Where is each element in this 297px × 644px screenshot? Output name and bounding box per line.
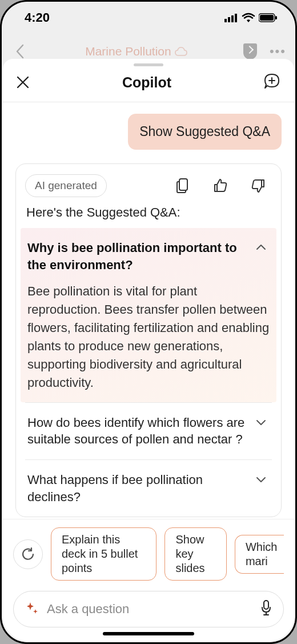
thumbs-down-icon[interactable] (244, 174, 272, 197)
back-icon[interactable] (11, 42, 29, 61)
home-indicator[interactable] (103, 632, 194, 635)
qa-toggle[interactable]: How do bees identify which flowers are s… (25, 411, 272, 451)
suggestion-chip-label: Which mari (246, 540, 278, 569)
ai-generated-badge: AI generated (25, 174, 107, 197)
refresh-suggestions-icon[interactable] (13, 539, 43, 569)
svg-rect-3 (235, 14, 237, 22)
svg-rect-8 (264, 601, 268, 609)
suggestion-chip-label: Explain this deck in 5 bullet points (62, 533, 146, 575)
sheet-header: Copilot (3, 67, 294, 102)
chat-area: Show Suggested Q&A AI generated (3, 102, 294, 519)
qa-toggle[interactable]: What happens if bee pollination declines… (25, 468, 272, 509)
qa-item: How do bees identify which flowers are s… (25, 402, 272, 459)
cloud-icon (175, 47, 187, 56)
qa-toggle[interactable]: Why is bee pollination important to the … (25, 236, 272, 277)
suggestion-chip[interactable]: Which mari (235, 535, 284, 574)
document-title[interactable]: Marine Pollution (29, 45, 243, 58)
chevron-down-icon (256, 418, 270, 431)
status-icons (224, 13, 277, 23)
status-bar: 4:20 (2, 2, 295, 34)
qa-question: Why is bee pollination important to the … (27, 239, 250, 273)
user-message-row: Show Suggested Q&A (15, 114, 282, 150)
wifi-icon (242, 13, 255, 23)
more-menu-icon[interactable]: ••• (270, 44, 286, 59)
status-time: 4:20 (25, 10, 50, 25)
svg-rect-7 (179, 179, 187, 190)
copy-icon[interactable] (169, 174, 196, 197)
reply-intro-text: Here's the Suggested Q&A: (25, 205, 272, 220)
svg-rect-1 (228, 17, 230, 22)
suggestion-chip-label: Show key slides (175, 533, 215, 575)
svg-rect-5 (260, 15, 274, 21)
titlebar-actions: ••• (243, 43, 286, 59)
reply-actions: AI generated (25, 174, 272, 197)
microphone-icon[interactable] (260, 600, 272, 618)
thumbs-up-icon[interactable] (207, 174, 234, 197)
signal-icon (224, 13, 238, 22)
new-chat-icon[interactable] (263, 73, 282, 91)
chevron-up-icon (256, 243, 270, 257)
copilot-sheet: Copilot Show Suggested Q&A AI generated (3, 59, 294, 641)
ask-placeholder-text: Ask a question (47, 602, 252, 617)
background: 4:20 Marine Pollution ••• (2, 2, 295, 642)
suggestion-chip[interactable]: Explain this deck in 5 bullet points (51, 527, 156, 581)
sheet-title: Copilot (30, 74, 263, 91)
sparkle-icon (25, 601, 39, 617)
privacy-shield-icon[interactable] (243, 43, 257, 59)
chevron-down-icon (256, 475, 270, 489)
qa-item: What happens if bee pollination declines… (25, 459, 272, 517)
suggestion-chip[interactable]: Show key slides (164, 527, 226, 581)
battery-icon (259, 13, 277, 22)
ask-input[interactable]: Ask a question (13, 591, 284, 627)
qa-question: How do bees identify which flowers are s… (27, 414, 250, 448)
close-icon[interactable] (15, 75, 30, 90)
qa-answer: Bee pollination is vital for plant repro… (25, 277, 272, 394)
qa-item: Why is bee pollination important to the … (21, 228, 276, 402)
device-frame: 4:20 Marine Pollution ••• (0, 0, 297, 644)
user-message-bubble: Show Suggested Q&A (128, 114, 282, 150)
assistant-reply-card: AI generated Here's the Suggested Q&A: (15, 163, 282, 517)
svg-rect-6 (275, 16, 277, 19)
svg-rect-0 (224, 19, 227, 22)
svg-rect-2 (231, 15, 234, 22)
document-title-text: Marine Pollution (85, 45, 171, 58)
qa-question: What happens if bee pollination declines… (27, 471, 250, 505)
qa-list: Why is bee pollination important to the … (25, 228, 272, 517)
suggestion-chips-bar: Explain this deck in 5 bullet points Sho… (3, 519, 294, 584)
sheet-grabber[interactable] (134, 63, 163, 66)
